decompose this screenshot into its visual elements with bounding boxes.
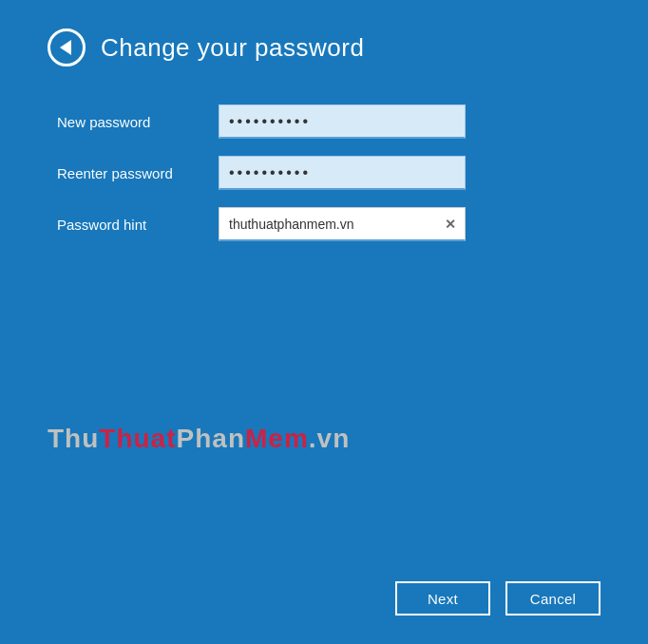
watermark: ThuThuatPhanMem.vn [48,424,350,454]
form-container: New password Reenter password Password h… [57,104,600,251]
clear-hint-button[interactable]: ✕ [443,215,458,234]
next-button[interactable]: Next [395,581,490,616]
reenter-password-label: Reenter password [57,165,219,181]
watermark-thu: Thu [48,424,99,453]
page-container: Change your password New password Reente… [0,0,648,644]
watermark-mem: Mem [245,424,309,453]
hint-wrapper: ✕ [219,207,466,241]
page-title: Change your password [101,33,364,63]
reenter-password-input[interactable] [219,156,466,190]
reenter-password-row: Reenter password [57,156,600,190]
watermark-phan: Phan [177,424,245,453]
new-password-row: New password [57,104,600,139]
cancel-button[interactable]: Cancel [505,581,600,616]
footer: Next Cancel [395,581,600,616]
watermark-thuat: Thuat [99,424,176,453]
hint-input[interactable] [219,207,466,241]
watermark-vn: .vn [309,424,350,453]
hint-row: Password hint ✕ [57,207,600,241]
back-arrow-icon [60,40,71,55]
header: Change your password [48,28,600,66]
new-password-label: New password [57,114,219,130]
hint-label: Password hint [57,217,219,233]
back-button[interactable] [48,28,86,66]
new-password-input[interactable] [219,104,466,139]
